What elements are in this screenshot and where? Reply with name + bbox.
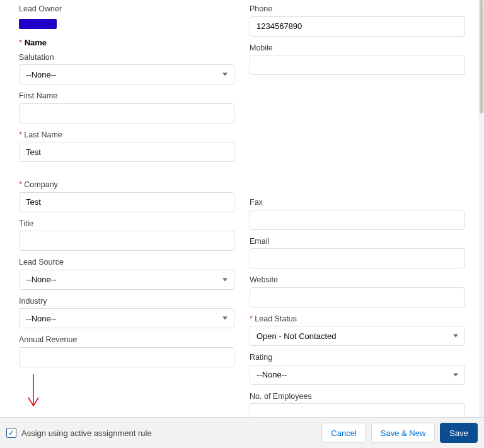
lead-source-label: Lead Source <box>19 257 234 268</box>
lead-status-select[interactable]: Open - Not Contacted <box>250 326 465 346</box>
last-name-label: Last Name <box>19 130 234 141</box>
left-column: Lead Owner Name Salutation --None-- Firs… <box>19 0 234 417</box>
rating-select[interactable]: --None-- <box>250 365 465 385</box>
phone-label: Phone <box>250 4 465 15</box>
company-field: Company <box>19 180 234 212</box>
assign-rule-checkbox[interactable]: ✓ <box>6 428 16 438</box>
lead-owner-value-redacted <box>19 19 57 29</box>
chevron-down-icon <box>222 73 228 76</box>
save-button[interactable]: Save <box>440 423 478 443</box>
annual-revenue-field: Annual Revenue <box>19 335 234 367</box>
mobile-label: Mobile <box>250 43 465 54</box>
chevron-down-icon <box>453 373 458 376</box>
website-input[interactable] <box>250 287 465 307</box>
title-label: Title <box>19 219 234 230</box>
assign-rule-label: Assign using active assignment rule <box>21 428 152 438</box>
right-column: Phone Mobile Fax Email Website Lead Stat… <box>250 0 465 417</box>
lead-status-label: Lead Status <box>250 314 465 325</box>
mobile-input[interactable] <box>250 55 465 75</box>
email-input[interactable] <box>250 248 465 268</box>
company-label: Company <box>19 180 234 191</box>
name-heading: Name <box>19 38 234 47</box>
fax-input[interactable] <box>250 210 465 230</box>
annual-revenue-input[interactable] <box>19 347 234 367</box>
salutation-label: Salutation <box>19 52 234 64</box>
phone-field: Phone <box>250 4 465 37</box>
title-field: Title <box>19 219 234 251</box>
annual-revenue-label: Annual Revenue <box>19 335 234 346</box>
fax-field: Fax <box>250 197 465 230</box>
salutation-field: Salutation --None-- <box>19 52 234 85</box>
rating-field: Rating --None-- <box>250 352 465 385</box>
lead-source-select[interactable]: --None-- <box>19 270 234 290</box>
no-employees-label: No. of Employees <box>250 391 465 403</box>
salutation-select[interactable]: --None-- <box>19 64 234 84</box>
no-employees-input[interactable] <box>250 403 465 417</box>
mobile-field: Mobile <box>250 43 465 76</box>
rating-label: Rating <box>250 352 465 364</box>
save-and-new-button[interactable]: Save & New <box>371 423 435 443</box>
industry-select[interactable]: --None-- <box>19 308 234 328</box>
website-field: Website <box>250 275 465 307</box>
chevron-down-icon <box>222 278 228 281</box>
first-name-input[interactable] <box>19 103 234 123</box>
company-input[interactable] <box>19 192 234 212</box>
lead-source-field: Lead Source --None-- <box>19 257 234 290</box>
phone-input[interactable] <box>250 16 465 37</box>
lead-status-field: Lead Status Open - Not Contacted <box>250 314 465 347</box>
email-field: Email <box>250 236 465 269</box>
scrollbar-thumb[interactable] <box>480 0 483 113</box>
first-name-field: First Name <box>19 91 234 123</box>
scrollbar-track[interactable] <box>479 0 484 417</box>
footer-bar: ✓ Assign using active assignment rule Ca… <box>0 417 484 448</box>
cancel-button[interactable]: Cancel <box>321 423 366 443</box>
fax-label: Fax <box>250 197 465 209</box>
website-label: Website <box>250 275 465 286</box>
last-name-field: Last Name <box>19 130 234 163</box>
industry-field: Industry --None-- <box>19 296 234 329</box>
chevron-down-icon <box>222 317 228 320</box>
lead-owner-field: Lead Owner <box>19 4 234 29</box>
assign-rule-option[interactable]: ✓ Assign using active assignment rule <box>6 428 152 438</box>
email-label: Email <box>250 236 465 248</box>
lead-owner-label: Lead Owner <box>19 4 234 15</box>
first-name-label: First Name <box>19 91 234 102</box>
last-name-input[interactable] <box>19 142 234 162</box>
title-input[interactable] <box>19 231 234 251</box>
chevron-down-icon <box>453 335 458 338</box>
no-employees-field: No. of Employees <box>250 391 465 418</box>
industry-label: Industry <box>19 296 234 307</box>
